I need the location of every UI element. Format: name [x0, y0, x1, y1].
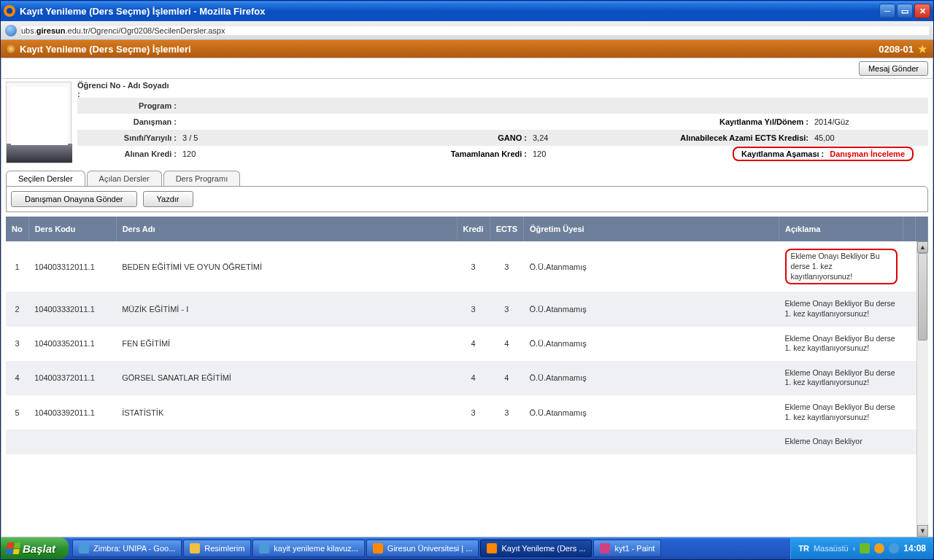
scroll-up-icon[interactable]: ▲	[917, 241, 928, 253]
label-sinif: Sınıfı/Yarıyılı :	[77, 133, 180, 142]
page-header: Kayıt Yenileme (Ders Seçme) İşlemleri 02…	[1, 40, 933, 58]
url-text: ubs.giresun.edu.tr/Ogrenci/Ogr0208/Secil…	[21, 26, 929, 35]
app-icon	[190, 543, 200, 553]
cell-no: 5	[6, 395, 28, 429]
app-icon	[79, 543, 89, 553]
cell-ects: 4	[490, 361, 523, 395]
clock[interactable]: 14:08	[903, 543, 926, 553]
desktop-label[interactable]: Masaüstü	[814, 544, 849, 553]
tray-icon[interactable]	[860, 543, 870, 553]
cell-kod: 104003332011.1	[28, 292, 116, 326]
cell-extra	[903, 292, 916, 326]
cell-aciklama: Ekleme Onayı Bekliyor Bu derse 1. kez ka…	[779, 241, 903, 292]
label-azami: Alınabilecek Azami ECTS Kredisi:	[680, 133, 811, 142]
cell-ects: 3	[490, 241, 523, 292]
course-table: No Ders Kodu Ders Adı Kredi ECTS Öğretim…	[6, 217, 928, 454]
label-gano: GANO :	[428, 133, 530, 142]
cell-ogretim: Ö.Ü.Atanmamış	[524, 327, 779, 361]
value-alinan: 120	[180, 149, 428, 158]
label-kayit-yil: Kayıtlanma Yıl/Dönem :	[719, 117, 811, 126]
cell-ects: 3	[490, 292, 523, 326]
vertical-scrollbar[interactable]: ▲ ▼	[916, 241, 928, 537]
value-asama: Danışman İnceleme	[830, 149, 905, 158]
globe-icon	[5, 25, 17, 36]
status-box: Kayıtlanma Aşaması : Danışman İnceleme	[733, 147, 914, 161]
label-asama: Kayıtlanma Aşaması :	[741, 149, 827, 158]
student-photo	[6, 82, 72, 163]
cell-ogretim: Ö.Ü.Atanmamış	[524, 361, 779, 395]
app-icon	[487, 543, 497, 553]
taskbar-item-label: Resimlerim	[204, 544, 244, 553]
taskbar-item[interactable]: Zimbra: UNIPA - Goo...	[72, 540, 182, 557]
cell-aciklama: Ekleme Onayı Bekliyor Bu derse 1. kez ka…	[779, 327, 903, 361]
cell-no: 1	[6, 241, 28, 292]
minimize-button[interactable]: ─	[879, 4, 895, 18]
table-row: 4104003372011.1GÖRSEL SANATLAR EĞİTİMİ44…	[6, 361, 928, 395]
th-extra2	[916, 217, 928, 241]
th-no: No	[6, 217, 28, 241]
taskbar-item[interactable]: kyt1 - Paint	[593, 540, 661, 557]
cell-ad: İSTATİSTİK	[116, 395, 457, 429]
address-bar[interactable]: ubs.giresun.edu.tr/Ogrenci/Ogr0208/Secil…	[1, 21, 933, 40]
window-title: Kayıt Yenileme (Ders Seçme) İşlemleri - …	[20, 6, 879, 17]
start-button[interactable]: Başlat	[1, 537, 69, 559]
tray-chevron-icon[interactable]: ‹	[853, 544, 856, 553]
value-tamamlanan: 120	[530, 149, 733, 158]
firefox-icon	[4, 5, 15, 17]
th-ogretim: Öğretim Üyesi	[524, 217, 779, 241]
app-icon	[373, 543, 383, 553]
label-ogrenci: Öğrenci No - Adı Soyadı :	[77, 81, 172, 98]
scroll-thumb[interactable]	[918, 253, 927, 341]
value-gano: 3,24	[530, 133, 680, 142]
system-tray: TR Masaüstü ‹ 14:08	[790, 537, 933, 559]
scroll-down-icon[interactable]: ▼	[917, 525, 928, 537]
cell-ogretim: Ö.Ü.Atanmamış	[524, 395, 779, 429]
app-icon	[600, 543, 610, 553]
taskbar-item[interactable]: Resimlerim	[183, 540, 251, 557]
windows-logo-icon	[6, 542, 21, 554]
cell-aciklama: Ekleme Onayı Bekliyor Bu derse 1. kez ka…	[779, 395, 903, 429]
value-sinif: 3 / 5	[180, 133, 428, 142]
page-title: Kayıt Yenileme (Ders Seçme) İşlemleri	[20, 44, 191, 55]
taskbar-item[interactable]: kayit yenileme kilavuz...	[252, 540, 365, 557]
cell-ad: BEDEN EĞİTİMİ VE OYUN ÖĞRETİMİ	[116, 241, 457, 292]
cell-no: 4	[6, 361, 28, 395]
cell-no: 2	[6, 292, 28, 326]
taskbar-item-label: Zimbra: UNIPA - Goo...	[93, 544, 175, 553]
tray-icon[interactable]	[889, 543, 899, 553]
cell-no: 3	[6, 327, 28, 361]
value-kayit-yil: 2014/Güz	[811, 117, 928, 126]
cell-kredi: 4	[457, 361, 490, 395]
cell-kredi: 3	[457, 241, 490, 292]
cell-kod: 104003392011.1	[28, 395, 116, 429]
taskbar-item-label: Giresun Üniversitesi | ...	[387, 544, 473, 553]
cell-extra	[903, 241, 916, 292]
tab-acilan-dersler[interactable]: Açılan Dersler	[87, 171, 162, 186]
cell-aciklama: Ekleme Onayı Bekliyor Bu derse 1. kez ka…	[779, 361, 903, 395]
language-indicator[interactable]: TR	[798, 544, 809, 553]
table-row: 3104003352011.1FEN EĞİTİMİ44Ö.Ü.Atanmamı…	[6, 327, 928, 361]
label-program: Program :	[77, 101, 180, 110]
taskbar-item-label: kyt1 - Paint	[614, 544, 655, 553]
taskbar-item[interactable]: Kayıt Yenileme (Ders ...	[480, 540, 592, 557]
cell-extra	[903, 327, 916, 361]
close-button[interactable]: ✕	[914, 4, 930, 18]
cell-ects: 3	[490, 395, 523, 429]
th-ects: ECTS	[490, 217, 523, 241]
taskbar-item-label: kayit yenileme kilavuz...	[274, 544, 358, 553]
th-kod: Ders Kodu	[28, 217, 116, 241]
th-extra1	[903, 217, 916, 241]
taskbar-item[interactable]: Giresun Üniversitesi | ...	[366, 540, 479, 557]
cell-kod: 104003372011.1	[28, 361, 116, 395]
yazdir-button[interactable]: Yazdır	[143, 191, 193, 207]
tray-icon[interactable]	[874, 543, 884, 553]
cell-ad: GÖRSEL SANATLAR EĞİTİMİ	[116, 361, 457, 395]
cell-extra	[903, 395, 916, 429]
maximize-button[interactable]: ▭	[897, 4, 913, 18]
label-tamamlanan: Tamamlanan Kredi :	[428, 149, 530, 158]
tab-secilen-dersler[interactable]: Seçilen Dersler	[6, 171, 85, 186]
table-row: 1104003312011.1BEDEN EĞİTİMİ VE OYUN ÖĞR…	[6, 241, 928, 292]
mesaj-gonder-button[interactable]: Mesaj Gönder	[859, 61, 928, 76]
tab-ders-programi[interactable]: Ders Programı	[163, 171, 241, 186]
danisman-onay-button[interactable]: Danışman Onayına Gönder	[11, 191, 137, 207]
